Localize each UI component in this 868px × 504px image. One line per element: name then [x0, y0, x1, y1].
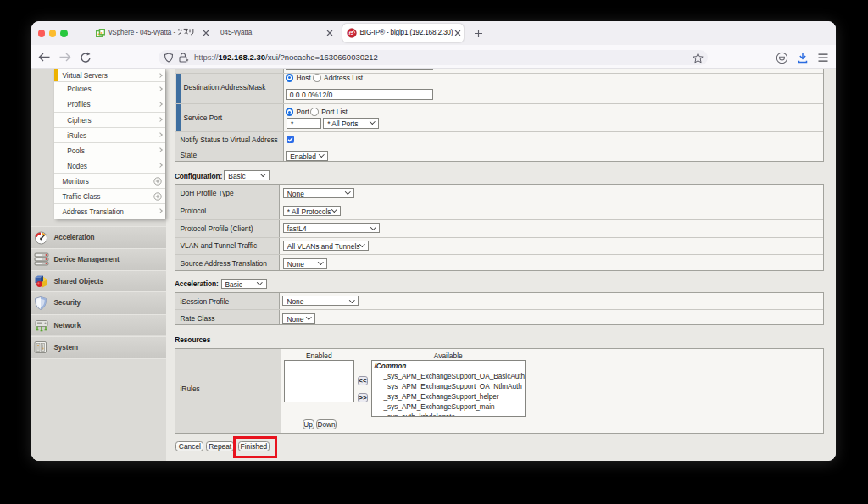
svg-text:f5: f5 — [349, 30, 354, 36]
